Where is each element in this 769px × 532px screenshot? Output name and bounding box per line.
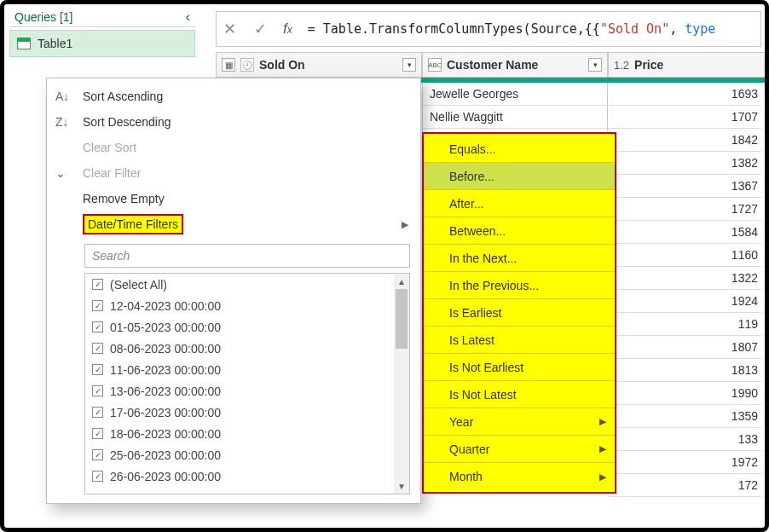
scroll-up-icon[interactable]: ▲ [394, 274, 409, 289]
cancel-icon[interactable]: ✕ [222, 20, 237, 38]
submenu-item[interactable]: Is Earliest [424, 299, 615, 327]
cell-price[interactable]: 1727 [608, 198, 761, 221]
submenu-item[interactable]: Month▶ [424, 463, 615, 490]
filter-value-label: 17-06-2023 00:00:00 [110, 406, 221, 419]
filter-value-item[interactable]: ✓11-06-2023 00:00:00 [85, 359, 409, 380]
cell-price[interactable]: 1367 [608, 175, 761, 198]
cell-price[interactable]: 1924 [608, 290, 761, 313]
chevron-right-icon: ▶ [599, 416, 606, 427]
cell-price[interactable]: 1359 [608, 405, 761, 428]
filter-value-item[interactable]: ✓17-06-2023 00:00:00 [85, 402, 409, 423]
cell-price[interactable]: 133 [608, 428, 761, 451]
filter-dropdown-icon[interactable]: ▾ [588, 58, 602, 72]
checkbox-icon[interactable]: ✓ [92, 300, 103, 311]
column-header-sold-on[interactable]: ▦ 🕘 Sold On ▾ [216, 52, 422, 78]
checkbox-icon[interactable]: ✓ [92, 279, 103, 290]
cell-price[interactable]: 119 [608, 313, 761, 336]
formula-text[interactable]: = Table.TransformColumnTypes(Source,{{"S… [308, 21, 716, 37]
filter-search-input[interactable]: Search [84, 244, 410, 268]
checkbox-icon[interactable]: ✓ [92, 428, 103, 439]
decimal-type-icon[interactable]: 1.2 [614, 59, 629, 72]
datetime-type-icon[interactable]: 🕘 [240, 58, 254, 72]
cell-price[interactable]: 1842 [608, 129, 761, 152]
filter-dropdown-icon[interactable]: ▾ [402, 58, 416, 72]
submenu-item[interactable]: Is Not Earliest [424, 354, 615, 381]
submenu-item[interactable]: Between... [424, 217, 615, 245]
chevron-right-icon: ▶ [402, 219, 408, 230]
cell-customer[interactable]: Jewelle Georges [422, 83, 608, 106]
filter-values-list[interactable]: ✓(Select All)✓12-04-2023 00:00:00✓01-05-… [84, 273, 410, 494]
cell-price[interactable]: 1693 [608, 83, 761, 106]
menu-clear-filter: ⌄ Clear Filter [47, 160, 420, 186]
filter-value-item[interactable]: ✓12-04-2023 00:00:00 [85, 295, 409, 316]
cell-price[interactable]: 1160 [608, 244, 761, 267]
filter-value-label: 01-05-2023 00:00:00 [110, 321, 221, 334]
chevron-right-icon: ▶ [599, 443, 606, 454]
submenu-item[interactable]: Year▶ [424, 408, 615, 436]
column-title: Sold On [259, 58, 397, 72]
queries-title: Queries [1] [14, 10, 72, 24]
submenu-item[interactable]: In the Previous... [424, 272, 615, 299]
sort-desc-icon: Z↓ [55, 115, 72, 129]
submenu-item[interactable]: Is Not Latest [424, 381, 615, 408]
filter-value-item[interactable]: ✓25-06-2023 00:00:00 [85, 444, 409, 466]
submenu-item[interactable]: In the Next... [424, 245, 615, 272]
filter-value-item[interactable]: ✓08-06-2023 00:00:00 [85, 338, 409, 359]
submenu-item[interactable]: After... [424, 190, 615, 217]
filter-value-label: 12-04-2023 00:00:00 [110, 299, 221, 313]
cell-customer[interactable]: Nellie Waggitt [422, 106, 608, 129]
column-title: Price [634, 58, 760, 72]
queries-header: Queries [1] ‹ [9, 6, 195, 27]
cell-price[interactable]: 1584 [608, 221, 761, 244]
cell-price[interactable]: 1972 [608, 451, 761, 474]
menu-sort-descending[interactable]: Z↓ Sort Descending [47, 109, 420, 135]
column-header-customer-name[interactable]: ABC Customer Name ▾ [422, 52, 608, 78]
scroll-thumb[interactable] [396, 289, 408, 349]
filter-value-label: 08-06-2023 00:00:00 [110, 342, 221, 356]
sort-asc-icon: A↓ [55, 90, 72, 103]
column-title: Customer Name [447, 58, 583, 72]
filter-value-item[interactable]: ✓13-06-2023 00:00:00 [85, 380, 409, 402]
menu-sort-ascending[interactable]: A↓ Sort Ascending [47, 84, 420, 109]
commit-icon[interactable]: ✓ [252, 20, 268, 38]
filter-value-item[interactable]: ✓26-06-2023 00:00:00 [85, 466, 409, 487]
menu-datetime-filters[interactable]: Date/Time Filters ▶ [47, 211, 420, 237]
table-icon [17, 38, 31, 49]
cell-price[interactable]: 172 [608, 474, 761, 497]
checkbox-icon[interactable]: ✓ [92, 407, 103, 418]
formula-bar[interactable]: ✕ ✓ fx = Table.TransformColumnTypes(Sour… [216, 11, 761, 47]
scrollbar[interactable]: ▲ ▼ [394, 274, 409, 494]
filter-value-label: 25-06-2023 00:00:00 [110, 448, 221, 462]
checkbox-icon[interactable]: ✓ [92, 364, 103, 375]
filter-value-item[interactable]: ✓01-05-2023 00:00:00 [85, 316, 409, 338]
chevron-right-icon: ▶ [599, 471, 606, 483]
collapse-icon[interactable]: ‹ [186, 9, 190, 25]
submenu-item[interactable]: Quarter▶ [424, 436, 615, 463]
clear-filter-icon: ⌄ [55, 166, 72, 180]
filter-value-item[interactable]: ✓(Select All) [85, 274, 409, 295]
filter-value-label: 11-06-2023 00:00:00 [110, 363, 221, 377]
filter-value-label: 18-06-2023 00:00:00 [110, 427, 221, 441]
cell-price[interactable]: 1382 [608, 152, 761, 175]
column-header-price[interactable]: 1.2 Price [608, 52, 765, 78]
submenu-item[interactable]: Before... [424, 163, 615, 190]
table-icon: ▦ [222, 58, 235, 72]
submenu-item[interactable]: Is Latest [424, 327, 615, 354]
scroll-down-icon[interactable]: ▼ [394, 478, 409, 494]
menu-remove-empty[interactable]: Remove Empty [47, 186, 420, 211]
cell-price[interactable]: 1707 [608, 106, 761, 129]
cell-price[interactable]: 1813 [608, 359, 761, 382]
query-item-table1[interactable]: Table1 [9, 30, 195, 57]
cell-price[interactable]: 1807 [608, 336, 761, 359]
cell-price[interactable]: 1322 [608, 267, 761, 290]
submenu-item[interactable]: Equals... [424, 136, 615, 163]
checkbox-icon[interactable]: ✓ [92, 385, 103, 396]
filter-value-item[interactable]: ✓18-06-2023 00:00:00 [85, 423, 409, 444]
cell-price[interactable]: 1990 [608, 382, 761, 405]
checkbox-icon[interactable]: ✓ [92, 343, 103, 354]
text-type-icon[interactable]: ABC [428, 58, 442, 72]
checkbox-icon[interactable]: ✓ [92, 449, 103, 460]
checkbox-icon[interactable]: ✓ [92, 321, 103, 332]
filter-value-label: 26-06-2023 00:00:00 [110, 470, 221, 483]
checkbox-icon[interactable]: ✓ [92, 471, 103, 482]
